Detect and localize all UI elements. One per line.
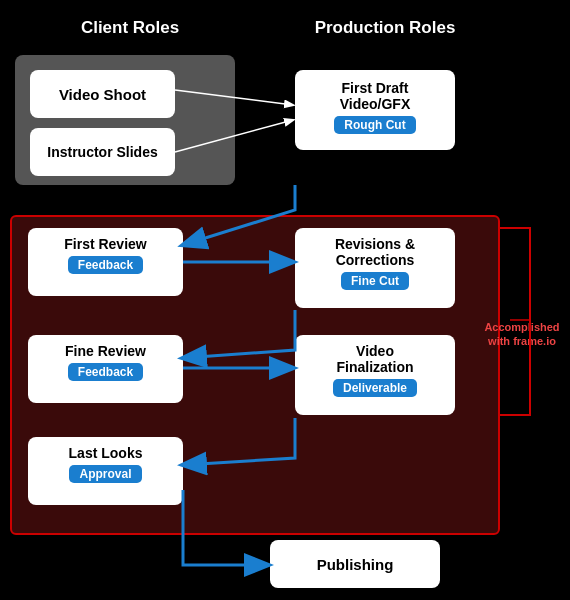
diagram-container: Client Roles Production Roles Video Shoo… [0, 0, 570, 600]
publishing-label: Publishing [317, 556, 394, 573]
revisions-card: Revisions & Corrections Fine Cut [295, 228, 455, 308]
first-review-label: First Review [64, 236, 146, 252]
feedback2-badge: Feedback [68, 363, 143, 381]
approval-badge: Approval [69, 465, 141, 483]
last-looks-card: Last Looks Approval [28, 437, 183, 505]
feedback1-badge: Feedback [68, 256, 143, 274]
fine-review-label: Fine Review [65, 343, 146, 359]
first-draft-label: First Draft Video/GFX [340, 80, 411, 112]
last-looks-label: Last Looks [69, 445, 143, 461]
fine-cut-badge: Fine Cut [341, 272, 409, 290]
deliverable-badge: Deliverable [333, 379, 417, 397]
rough-cut-badge: Rough Cut [334, 116, 415, 134]
instructor-slides-card: Instructor Slides [30, 128, 175, 176]
fine-review-card: Fine Review Feedback [28, 335, 183, 403]
revisions-label: Revisions & Corrections [335, 236, 415, 268]
first-draft-card: First Draft Video/GFX Rough Cut [295, 70, 455, 150]
video-shoot-label: Video Shoot [59, 86, 146, 103]
client-roles-header: Client Roles [30, 18, 230, 38]
video-finalization-label: Video Finalization [337, 343, 414, 375]
first-review-card: First Review Feedback [28, 228, 183, 296]
instructor-slides-label: Instructor Slides [47, 144, 157, 160]
production-roles-header: Production Roles [270, 18, 500, 38]
publishing-card: Publishing [270, 540, 440, 588]
frameio-label: Accomplished with frame.io [482, 320, 562, 349]
video-shoot-card: Video Shoot [30, 70, 175, 118]
video-finalization-card: Video Finalization Deliverable [295, 335, 455, 415]
